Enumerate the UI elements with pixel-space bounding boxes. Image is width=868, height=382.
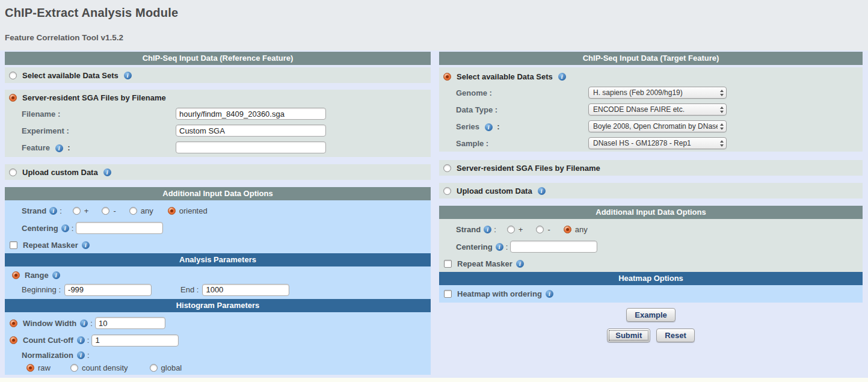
- ref-strand-any[interactable]: any: [129, 206, 153, 215]
- info-icon[interactable]: i: [558, 73, 566, 81]
- info-icon[interactable]: i: [516, 260, 524, 268]
- ref-strand-row: Strand i : + - any oriented: [5, 203, 431, 219]
- info-icon[interactable]: i: [77, 336, 85, 344]
- spinner-icon[interactable]: [720, 90, 724, 96]
- spinner-icon[interactable]: [720, 123, 724, 130]
- reset-button[interactable]: Reset: [656, 328, 694, 342]
- ref-centering-row: Centering i :: [5, 219, 431, 237]
- target-repeat-masker-checkbox[interactable]: [444, 260, 452, 268]
- info-icon[interactable]: i: [546, 290, 553, 298]
- ref-select-datasets-option[interactable]: Select available Data Sets i: [5, 67, 431, 83]
- colon: :: [87, 336, 90, 345]
- ref-filename-input[interactable]: [176, 108, 326, 120]
- reference-panel: ChIP-Seq Input Data (Reference Feature) …: [5, 52, 431, 375]
- ref-norm-raw[interactable]: raw: [26, 363, 51, 372]
- colon: :: [72, 224, 74, 233]
- colon: :: [60, 206, 62, 215]
- submit-button[interactable]: Submit: [607, 328, 650, 342]
- ref-window-width-row: Window Width i :: [5, 315, 431, 331]
- info-icon[interactable]: i: [61, 224, 69, 232]
- info-icon[interactable]: i: [485, 123, 493, 131]
- target-series-label: Series: [456, 122, 479, 131]
- colon: :: [497, 122, 499, 131]
- ref-norm-count-density[interactable]: count density: [70, 363, 128, 372]
- target-strand-any-radio[interactable]: [564, 226, 571, 233]
- ref-range-row[interactable]: Range i: [5, 268, 431, 282]
- target-server-sga-option[interactable]: Server-resident SGA Files by Filename: [439, 160, 863, 176]
- ref-strand-oriented-radio[interactable]: [168, 207, 176, 215]
- ref-norm-global-radio[interactable]: [150, 364, 158, 372]
- ref-feature-input[interactable]: [176, 141, 326, 153]
- ref-strand-plus-radio[interactable]: [73, 207, 81, 215]
- ref-centering-input[interactable]: [76, 222, 163, 234]
- info-icon[interactable]: i: [538, 187, 546, 195]
- target-strand-minus-radio[interactable]: [536, 226, 544, 233]
- target-upload-radio[interactable]: [443, 187, 451, 195]
- target-centering-input[interactable]: [510, 241, 597, 253]
- ref-beginning-input[interactable]: [64, 284, 152, 296]
- target-server-sga-radio[interactable]: [443, 164, 451, 172]
- target-datatype-select[interactable]: ENCODE DNase FAIRE etc.: [588, 103, 727, 116]
- ref-window-width-input[interactable]: [95, 317, 165, 329]
- target-sample-select[interactable]: DNaseI HS - GM12878 - Rep1: [588, 137, 727, 149]
- ref-strand-oriented[interactable]: oriented: [168, 206, 208, 215]
- target-datatype-row: Data Type : ENCODE DNase FAIRE etc.: [439, 101, 863, 118]
- target-heatmap-checkbox[interactable]: [444, 290, 452, 298]
- example-button-area: Example: [439, 308, 863, 322]
- target-repeat-masker-row[interactable]: Repeat Masker i: [439, 256, 863, 272]
- ref-analysis-header: Analysis Parameters: [5, 253, 431, 266]
- target-strand-minus-label: -: [547, 225, 550, 234]
- info-icon[interactable]: i: [103, 168, 111, 176]
- colon: :: [90, 319, 93, 328]
- target-upload-option[interactable]: Upload custom Data i: [439, 183, 863, 199]
- info-icon[interactable]: i: [49, 207, 57, 215]
- target-select-datasets-option[interactable]: Select available Data Sets i: [439, 69, 863, 84]
- info-icon[interactable]: i: [484, 226, 491, 233]
- ref-range-radio[interactable]: [12, 271, 20, 279]
- ref-normalization-options-row: raw count density global: [5, 361, 431, 375]
- ref-strand-minus[interactable]: -: [102, 206, 115, 215]
- main-content: ChIP-Seq Input Data (Reference Feature) …: [0, 51, 868, 375]
- ref-strand-plus[interactable]: +: [73, 206, 89, 215]
- spinner-icon[interactable]: [720, 140, 724, 147]
- info-icon[interactable]: i: [55, 144, 63, 152]
- ref-norm-raw-radio[interactable]: [26, 364, 34, 372]
- ref-count-cutoff-radio[interactable]: [10, 336, 17, 344]
- spinner-icon[interactable]: [720, 106, 724, 113]
- ref-count-cutoff-input[interactable]: [91, 334, 179, 347]
- info-icon[interactable]: i: [496, 243, 503, 251]
- ref-strand-minus-radio[interactable]: [102, 207, 109, 215]
- target-strand-plus-radio[interactable]: [507, 226, 515, 233]
- target-series-select[interactable]: Boyle 2008, Open Chromatin by DNaseI H: [588, 120, 727, 132]
- info-icon[interactable]: i: [52, 271, 60, 279]
- info-icon[interactable]: i: [80, 319, 88, 327]
- ref-upload-radio[interactable]: [9, 168, 17, 176]
- target-strand-plus[interactable]: +: [507, 225, 523, 234]
- ref-server-sga-radio[interactable]: [9, 94, 17, 102]
- target-select-datasets-radio[interactable]: [443, 73, 451, 81]
- target-repeat-masker-label: Repeat Masker: [457, 259, 512, 268]
- ref-strand-label: Strand: [22, 206, 46, 215]
- ref-select-datasets-radio[interactable]: [9, 72, 17, 79]
- ref-experiment-label: Experiment :: [22, 126, 176, 135]
- target-heatmap-row[interactable]: Heatmap with ordering i: [439, 285, 863, 303]
- ref-repeat-masker-checkbox[interactable]: [10, 241, 17, 249]
- ref-end-input[interactable]: [202, 284, 289, 296]
- ref-window-width-radio[interactable]: [10, 319, 17, 327]
- ref-upload-option[interactable]: Upload custom Data i: [5, 164, 431, 180]
- info-icon[interactable]: i: [82, 241, 90, 249]
- ref-server-sga-section: Server-resident SGA Files by Filename Fi…: [5, 90, 431, 157]
- target-strand-any[interactable]: any: [564, 225, 588, 234]
- target-strand-minus[interactable]: -: [536, 225, 550, 234]
- ref-server-sga-label: Server-resident SGA Files by Filename: [22, 93, 166, 102]
- info-icon[interactable]: i: [77, 351, 85, 359]
- example-button[interactable]: Example: [626, 308, 675, 322]
- ref-experiment-input[interactable]: [176, 125, 326, 137]
- info-icon[interactable]: i: [124, 72, 132, 79]
- ref-norm-global[interactable]: global: [150, 363, 182, 372]
- ref-repeat-masker-row[interactable]: Repeat Masker i: [5, 237, 431, 253]
- ref-strand-any-radio[interactable]: [129, 207, 137, 215]
- ref-server-sga-option[interactable]: Server-resident SGA Files by Filename: [5, 90, 431, 105]
- target-genome-select[interactable]: H. sapiens (Feb 2009/hg19): [588, 87, 727, 99]
- ref-norm-count-density-radio[interactable]: [70, 364, 78, 372]
